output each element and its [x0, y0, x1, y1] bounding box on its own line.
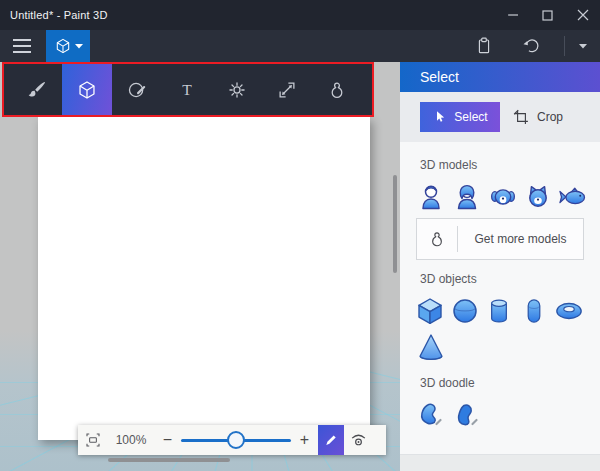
- title-bar: Untitled* - Paint 3D: [0, 0, 600, 30]
- chevron-down-icon: [75, 44, 83, 49]
- model-fish-button[interactable]: [558, 182, 588, 212]
- brush-icon: [26, 79, 48, 101]
- 2d-mode-button[interactable]: [318, 425, 344, 455]
- minimize-button[interactable]: [495, 0, 530, 30]
- panel-footer: [400, 454, 600, 471]
- torus-icon: [554, 300, 584, 322]
- close-button[interactable]: [565, 0, 600, 30]
- cat-icon: [524, 183, 552, 211]
- get-more-models-label: Get more models: [458, 232, 583, 246]
- maximize-button[interactable]: [530, 0, 565, 30]
- paste-button[interactable]: [469, 30, 499, 62]
- 3d-library-tool-button[interactable]: [312, 64, 362, 115]
- tool-ribbon-highlight-annotation: T: [2, 62, 374, 117]
- shapes-icon: [126, 79, 148, 101]
- 3d-library-small-icon: [417, 229, 457, 249]
- 3d-objects-label: 3D objects: [420, 272, 584, 286]
- cursor-icon: [432, 108, 448, 126]
- man-icon: [416, 182, 446, 212]
- zoom-level-value: 100%: [108, 433, 154, 447]
- model-woman-button[interactable]: [452, 182, 482, 212]
- zoom-in-button[interactable]: +: [291, 425, 318, 455]
- model-man-button[interactable]: [416, 182, 446, 212]
- object-cube-button[interactable]: [416, 296, 445, 326]
- zoom-toolbar: 100% − +: [78, 425, 386, 455]
- 3d-cube-icon: [76, 79, 98, 101]
- 3d-library-icon: [326, 79, 348, 101]
- effects-tool-button[interactable]: [212, 64, 262, 115]
- panel-title: Select: [400, 69, 459, 85]
- 3d-view-button[interactable]: [344, 425, 373, 455]
- text-tool-button[interactable]: T: [162, 64, 212, 115]
- 3d-doodle-row: [416, 400, 584, 430]
- svg-text:T: T: [182, 81, 192, 98]
- object-torus-button[interactable]: [554, 296, 584, 326]
- cone-icon: [418, 332, 444, 362]
- canvas-tool-button[interactable]: [262, 64, 312, 115]
- cube-object-icon: [416, 296, 444, 326]
- panel-header: Select: [400, 62, 600, 92]
- brush-tool-button[interactable]: [12, 64, 62, 115]
- 3d-shapes-tool-button[interactable]: [62, 64, 112, 115]
- fit-to-screen-button[interactable]: [78, 425, 108, 455]
- object-cone-button[interactable]: [416, 332, 446, 362]
- soft-doodle-button[interactable]: [452, 400, 482, 430]
- hamburger-menu-icon[interactable]: [13, 30, 37, 62]
- pencil-icon: [323, 432, 339, 448]
- get-more-models-button[interactable]: Get more models: [416, 218, 584, 260]
- window-title: Untitled* - Paint 3D: [0, 9, 108, 21]
- sun-icon: [226, 79, 248, 101]
- expand-canvas-icon: [276, 79, 298, 101]
- workspace: T: [0, 62, 400, 471]
- 3d-objects-row-1: [416, 296, 584, 326]
- soft-doodle-icon: [454, 402, 481, 428]
- select-mode-button[interactable]: Select: [420, 102, 500, 132]
- menu-bar: [0, 30, 600, 62]
- 3d-doodle-label: 3D doodle: [420, 376, 584, 390]
- 3d-models-label: 3D models: [420, 158, 584, 172]
- sphere-icon: [451, 297, 479, 325]
- panel-content: 3D models: [400, 142, 600, 430]
- sharp-doodle-icon: [418, 402, 445, 428]
- crop-icon: [513, 109, 530, 126]
- drawing-canvas[interactable]: [38, 117, 370, 440]
- chevron-down-icon: [579, 44, 587, 49]
- fish-icon: [558, 184, 588, 210]
- zoom-slider[interactable]: [181, 425, 291, 455]
- object-sphere-button[interactable]: [451, 296, 480, 326]
- paint3d-window: Untitled* - Paint 3D: [0, 0, 600, 471]
- 2d-shapes-tool-button[interactable]: [112, 64, 162, 115]
- horizontal-scrollbar[interactable]: [108, 458, 230, 462]
- menu-divider: [564, 36, 565, 56]
- 3d-view-eye-icon: [349, 431, 368, 450]
- crop-mode-label: Crop: [537, 110, 563, 124]
- select-mode-label: Select: [454, 110, 487, 124]
- expand-more-button[interactable]: [572, 30, 594, 62]
- vertical-scrollbar[interactable]: [393, 175, 397, 273]
- select-panel: Select Select Crop 3D models: [400, 62, 600, 471]
- object-cylinder-button[interactable]: [485, 296, 514, 326]
- model-cat-button[interactable]: [524, 182, 552, 212]
- cube-icon: [54, 37, 72, 55]
- 3d-view-dropdown-button[interactable]: [46, 30, 90, 62]
- zoom-out-button[interactable]: −: [154, 425, 181, 455]
- text-icon: T: [176, 79, 198, 101]
- cylinder-icon: [488, 296, 510, 326]
- paste-icon: [474, 36, 494, 56]
- dog-icon: [488, 183, 518, 211]
- undo-icon: [522, 36, 542, 56]
- panel-mode-row: Select Crop: [400, 92, 600, 142]
- undo-button[interactable]: [517, 30, 547, 62]
- menu-right-actions: [469, 30, 600, 62]
- sharp-doodle-button[interactable]: [416, 400, 446, 430]
- zoom-slider-thumb[interactable]: [227, 431, 245, 449]
- 3d-models-row: [416, 182, 584, 212]
- object-capsule-button[interactable]: [520, 296, 549, 326]
- model-dog-button[interactable]: [488, 182, 518, 212]
- crop-mode-button[interactable]: Crop: [513, 109, 563, 126]
- 3d-objects-row-2: [416, 332, 584, 362]
- woman-icon: [452, 182, 482, 212]
- fit-to-screen-icon: [84, 431, 102, 449]
- capsule-icon: [526, 296, 542, 326]
- window-controls: [495, 0, 600, 30]
